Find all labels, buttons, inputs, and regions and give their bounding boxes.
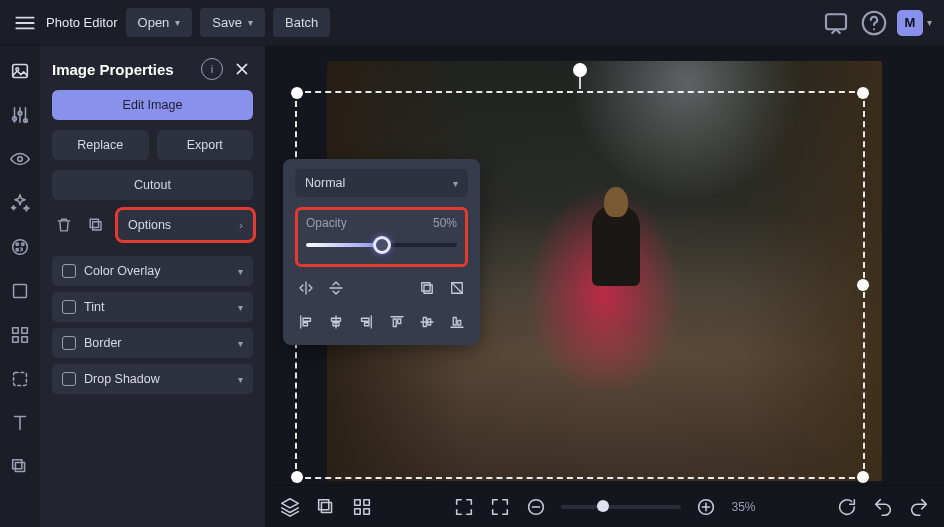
trash-icon[interactable]	[54, 215, 74, 235]
checkbox-icon[interactable]	[62, 264, 76, 278]
zoom-out-icon[interactable]	[525, 496, 547, 518]
prop-label: Color Overlay	[84, 264, 160, 278]
svg-point-3	[16, 68, 19, 71]
replace-button[interactable]: Replace	[52, 130, 149, 160]
zoom-in-icon[interactable]	[695, 496, 717, 518]
prop-label: Border	[84, 336, 122, 350]
rotate-handle[interactable]	[573, 63, 587, 77]
svg-rect-36	[458, 321, 461, 326]
sparkle-icon[interactable]	[9, 192, 31, 214]
mask-icon[interactable]	[446, 277, 468, 299]
close-icon[interactable]	[231, 58, 253, 80]
svg-rect-40	[364, 499, 370, 505]
options-button[interactable]: Options ›	[118, 210, 253, 240]
resize-handle-bl[interactable]	[291, 471, 303, 483]
chevron-down-icon: ▾	[238, 266, 243, 277]
svg-rect-31	[393, 319, 396, 327]
opacity-value: 50%	[433, 216, 457, 230]
align-bottom-icon[interactable]	[446, 311, 468, 333]
layers-icon[interactable]	[9, 456, 31, 478]
cutout-button[interactable]: Cutout	[52, 170, 253, 200]
brush-icon[interactable]	[9, 236, 31, 258]
save-button[interactable]: Save ▾	[200, 8, 265, 37]
undo-icon[interactable]	[872, 496, 894, 518]
checkbox-icon[interactable]	[62, 300, 76, 314]
svg-rect-23	[422, 283, 430, 291]
svg-rect-26	[303, 323, 308, 326]
blend-mode-select[interactable]: Normal ▾	[295, 169, 468, 197]
align-right-icon[interactable]	[355, 311, 377, 333]
align-center-v-icon[interactable]	[416, 311, 438, 333]
align-center-h-icon[interactable]	[325, 311, 347, 333]
svg-rect-22	[424, 285, 432, 293]
tool-strip	[0, 46, 40, 527]
zoom-slider[interactable]	[561, 505, 681, 509]
checkbox-icon[interactable]	[62, 372, 76, 386]
chevron-down-icon: ▾	[238, 338, 243, 349]
visibility-icon[interactable]	[9, 148, 31, 170]
open-button[interactable]: Open ▾	[126, 8, 193, 37]
help-icon[interactable]	[859, 8, 889, 38]
resize-handle-br[interactable]	[857, 471, 869, 483]
fullscreen-icon[interactable]	[453, 496, 475, 518]
avatar: M	[897, 10, 923, 36]
duplicate-icon[interactable]	[86, 215, 106, 235]
grid-icon[interactable]	[9, 324, 31, 346]
svg-rect-17	[14, 373, 27, 386]
color-overlay-item[interactable]: Color Overlay ▾	[52, 256, 253, 286]
slider-thumb[interactable]	[597, 500, 609, 512]
chevron-down-icon: ▾	[453, 178, 458, 189]
copy-icon[interactable]	[416, 277, 438, 299]
refresh-icon[interactable]	[836, 496, 858, 518]
flip-horizontal-icon[interactable]	[295, 277, 317, 299]
text-icon[interactable]	[9, 412, 31, 434]
svg-point-11	[16, 249, 18, 251]
crop-icon[interactable]	[9, 280, 31, 302]
properties-panel: Image Properties i Edit Image Replace Ex…	[40, 46, 265, 527]
hamburger-menu-icon[interactable]	[12, 10, 38, 36]
svg-rect-12	[14, 285, 27, 298]
feedback-icon[interactable]	[821, 8, 851, 38]
fit-icon[interactable]	[489, 496, 511, 518]
align-left-icon[interactable]	[295, 311, 317, 333]
svg-rect-41	[355, 508, 361, 513]
slider-thumb[interactable]	[373, 236, 391, 254]
checkbox-icon[interactable]	[62, 336, 76, 350]
svg-rect-16	[22, 337, 28, 343]
bottom-bar: 35%	[265, 485, 944, 527]
account-menu[interactable]: M ▾	[897, 10, 932, 36]
zoom-value: 35%	[731, 500, 755, 514]
image-icon[interactable]	[9, 60, 31, 82]
resize-handle-mr[interactable]	[857, 279, 869, 291]
batch-button[interactable]: Batch	[273, 8, 330, 37]
pages-icon[interactable]	[315, 496, 337, 518]
svg-rect-29	[362, 318, 370, 321]
chevron-down-icon: ▾	[238, 302, 243, 313]
border-item[interactable]: Border ▾	[52, 328, 253, 358]
adjust-icon[interactable]	[9, 104, 31, 126]
panel-title: Image Properties	[52, 61, 193, 78]
canvas[interactable]: Normal ▾ Opacity 50%	[265, 46, 944, 485]
svg-rect-18	[15, 462, 24, 471]
svg-rect-19	[13, 460, 22, 469]
resize-handle-tr[interactable]	[857, 87, 869, 99]
resize-handle-tl[interactable]	[291, 87, 303, 99]
warp-icon[interactable]	[9, 368, 31, 390]
export-button[interactable]: Export	[157, 130, 254, 160]
info-icon[interactable]: i	[201, 58, 223, 80]
chevron-down-icon: ▾	[175, 17, 180, 28]
svg-rect-2	[13, 65, 28, 78]
tint-item[interactable]: Tint ▾	[52, 292, 253, 322]
redo-icon[interactable]	[908, 496, 930, 518]
chevron-right-icon: ›	[239, 219, 243, 231]
align-top-icon[interactable]	[386, 311, 408, 333]
svg-rect-32	[397, 319, 400, 324]
drop-shadow-item[interactable]: Drop Shadow ▾	[52, 364, 253, 394]
flip-vertical-icon[interactable]	[325, 277, 347, 299]
svg-point-9	[16, 243, 18, 245]
edit-image-button[interactable]: Edit Image	[52, 90, 253, 120]
grid-view-icon[interactable]	[351, 496, 373, 518]
svg-rect-37	[321, 502, 331, 512]
opacity-slider[interactable]	[306, 236, 457, 254]
layers-toggle-icon[interactable]	[279, 496, 301, 518]
